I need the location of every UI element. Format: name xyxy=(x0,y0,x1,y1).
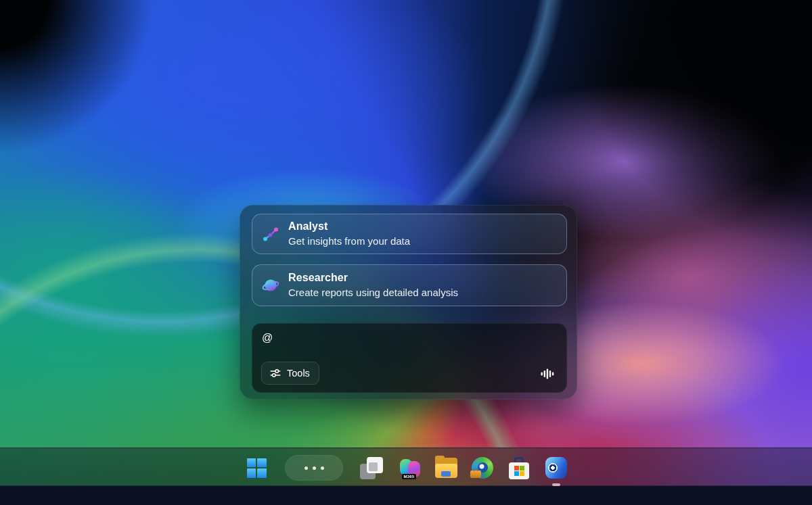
file-explorer-button[interactable] xyxy=(432,454,459,481)
prompt-input-box[interactable]: @ Tools xyxy=(252,323,567,393)
m365-copilot-app-button[interactable]: M365 xyxy=(397,454,424,481)
ellipsis-icon xyxy=(304,466,308,470)
tools-button-label: Tools xyxy=(287,368,310,379)
start-button[interactable] xyxy=(243,454,270,481)
copilot-agent-panel: Analyst Get insights from your data Rese… xyxy=(240,205,577,400)
edge-browser-button[interactable] xyxy=(469,454,496,481)
agent-card-analyst[interactable]: Analyst Get insights from your data xyxy=(252,214,567,254)
sliders-icon xyxy=(269,367,281,379)
edge-swirl-briefcase-icon xyxy=(472,457,493,479)
tools-button[interactable]: Tools xyxy=(261,362,319,385)
trend-line-icon xyxy=(262,225,279,243)
store-bag-icon xyxy=(509,457,529,479)
folder-icon xyxy=(435,458,457,478)
taskbar: M365 xyxy=(0,448,812,505)
agent-description: Create reports using detailed analysis xyxy=(288,286,458,299)
voice-waveform-icon xyxy=(540,366,555,381)
copilot-running-indicator xyxy=(552,483,560,486)
copilot-icon xyxy=(545,457,567,479)
prompt-input-value[interactable]: @ xyxy=(262,332,397,344)
agent-description: Get insights from your data xyxy=(288,235,410,248)
agent-name: Analyst xyxy=(288,220,410,233)
m365-copilot-icon: M365 xyxy=(399,457,422,479)
agent-card-researcher[interactable]: Researcher Create reports using detailed… xyxy=(252,264,567,306)
agent-name: Researcher xyxy=(288,271,458,285)
task-view-button[interactable] xyxy=(358,454,385,481)
planet-ring-icon xyxy=(262,276,279,294)
copilot-app-button[interactable] xyxy=(543,454,570,481)
overlapping-windows-icon xyxy=(360,457,383,479)
voice-input-button[interactable] xyxy=(539,366,556,382)
search-button[interactable] xyxy=(285,455,343,481)
microsoft-store-button[interactable] xyxy=(505,454,533,481)
windows-logo-icon xyxy=(247,458,267,478)
m365-badge: M365 xyxy=(402,474,417,479)
